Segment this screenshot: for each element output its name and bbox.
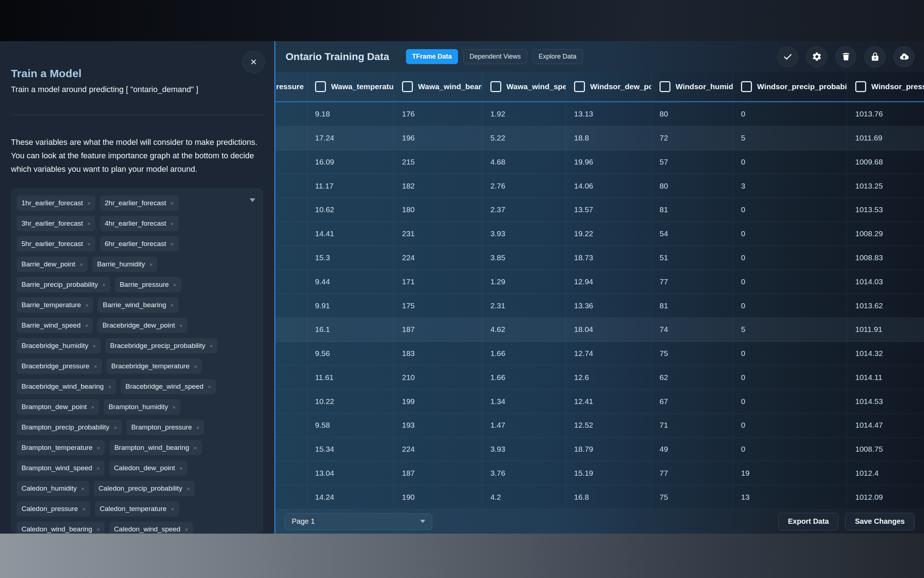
remove-tag-icon[interactable]: × (114, 424, 117, 430)
export-data-button[interactable]: Export Data (778, 513, 838, 530)
remove-tag-icon[interactable]: × (102, 282, 105, 288)
remove-tag-icon[interactable]: × (85, 323, 88, 329)
variable-tag[interactable]: Caledon_humidity× (17, 481, 89, 496)
table-cell: 1014.53 (847, 390, 924, 413)
remove-tag-icon[interactable]: × (171, 241, 174, 247)
remove-tag-icon[interactable]: × (96, 526, 100, 533)
remove-tag-icon[interactable]: × (180, 323, 183, 329)
modal-description: These variables are what the model will … (11, 135, 264, 176)
remove-tag-icon[interactable]: × (87, 221, 91, 227)
remove-tag-icon[interactable]: × (97, 445, 100, 451)
tab-tframe-data[interactable]: TFrame Data (406, 49, 458, 64)
variable-tag[interactable]: Brampton_pressure× (126, 420, 204, 435)
chevron-down-icon[interactable] (249, 198, 256, 202)
close-button[interactable]: × (242, 50, 265, 73)
column-checkbox[interactable] (741, 81, 752, 92)
remove-tag-icon[interactable]: × (94, 363, 97, 369)
remove-tag-icon[interactable]: × (196, 424, 200, 430)
variable-tag[interactable]: 3hr_earlier_forecast× (17, 216, 95, 231)
variable-tag[interactable]: Caledon_dew_point× (109, 460, 187, 476)
variable-tag[interactable]: Caledon_wind_speed× (109, 521, 193, 534)
variable-tag[interactable]: 2hr_earlier_forecast× (100, 195, 179, 211)
remove-tag-icon[interactable]: × (208, 384, 211, 390)
remove-tag-icon[interactable]: × (96, 465, 100, 471)
variable-tag[interactable]: Barrie_wind_bearing× (98, 297, 178, 313)
table-cell (275, 150, 307, 174)
variable-tag[interactable]: Brampton_precip_probability× (17, 420, 122, 435)
variable-tag[interactable]: Barrie_dew_point× (17, 257, 88, 272)
variable-tag[interactable]: Barrie_wind_speed× (17, 318, 93, 333)
settings-button[interactable] (806, 46, 827, 67)
variable-tag[interactable]: Bracebridge_temperature× (107, 359, 202, 374)
column-checkbox[interactable] (574, 81, 585, 92)
variable-tag[interactable]: Caledon_pressure× (17, 501, 90, 516)
column-checkbox[interactable] (660, 81, 670, 92)
variable-tag[interactable]: 5hr_earlier_forecast× (17, 236, 95, 252)
variable-tag[interactable]: 4hr_earlier_forecast× (100, 216, 179, 231)
variable-tag[interactable]: Bracebridge_precip_probability× (105, 338, 218, 354)
variable-tag[interactable]: 6hr_earlier_forecast× (100, 236, 179, 252)
remove-tag-icon[interactable]: × (93, 343, 96, 349)
remove-tag-icon[interactable]: × (180, 465, 183, 471)
variable-tag[interactable]: Brampton_wind_bearing× (110, 440, 202, 455)
confirm-button[interactable] (777, 46, 798, 67)
table-row: 11.612101.6612.66201014.11 (275, 365, 924, 390)
variable-tag[interactable]: Bracebridge_humidity× (17, 338, 101, 354)
variable-tag[interactable]: Caledon_wind_bearing× (17, 521, 104, 534)
remove-tag-icon[interactable]: × (194, 445, 197, 451)
remove-tag-icon[interactable]: × (80, 261, 83, 268)
toolbar-actions (777, 46, 924, 67)
remove-tag-icon[interactable]: × (171, 302, 174, 308)
variable-tag[interactable]: 1hr_earlier_forecast× (17, 195, 95, 211)
remove-tag-icon[interactable]: × (185, 526, 188, 533)
remove-tag-icon[interactable]: × (87, 200, 91, 206)
table-cell: 13.04 (307, 461, 393, 485)
variable-tag[interactable]: Brampton_temperature× (17, 440, 105, 455)
remove-tag-icon[interactable]: × (171, 200, 174, 206)
column-checkbox[interactable] (315, 81, 326, 92)
column-label: Windsor_dew_point (590, 82, 651, 91)
tag-label: Bracebridge_pressure (21, 362, 89, 370)
upload-button[interactable] (893, 46, 914, 67)
variables-multiselect[interactable]: 1hr_earlier_forecast×2hr_earlier_forecas… (11, 188, 264, 534)
remove-tag-icon[interactable]: × (194, 363, 197, 369)
remove-tag-icon[interactable]: × (82, 506, 86, 512)
remove-tag-icon[interactable]: × (87, 241, 91, 247)
remove-tag-icon[interactable]: × (86, 302, 89, 308)
column-checkbox[interactable] (490, 81, 501, 92)
tab-dependent-views[interactable]: Dependent Views (463, 49, 527, 64)
variable-tag[interactable]: Bracebridge_wind_speed× (121, 379, 216, 394)
variable-tag[interactable]: Barrie_pressure× (115, 277, 181, 292)
variable-tag[interactable]: Bracebridge_pressure× (17, 359, 102, 374)
variable-tag[interactable]: Barrie_temperature× (17, 297, 93, 313)
column-checkbox[interactable] (855, 81, 866, 92)
variable-tag[interactable]: Bracebridge_wind_bearing× (17, 379, 116, 394)
variable-tag[interactable]: Caledon_precip_probability× (94, 481, 195, 496)
remove-tag-icon[interactable]: × (172, 404, 176, 410)
remove-tag-icon[interactable]: × (171, 221, 174, 227)
remove-tag-icon[interactable]: × (187, 485, 190, 492)
tag-label: Caledon_temperature (100, 505, 167, 513)
tab-explore-data[interactable]: Explore Data (532, 49, 583, 64)
variable-tag[interactable]: Brampton_dew_point× (17, 399, 99, 414)
table-cell: 1013.76 (847, 102, 924, 126)
remove-tag-icon[interactable]: × (173, 282, 176, 288)
variable-tag[interactable]: Caledon_temperature× (95, 501, 179, 516)
remove-tag-icon[interactable]: × (91, 404, 95, 410)
remove-tag-icon[interactable]: × (171, 506, 174, 512)
remove-tag-icon[interactable]: × (210, 343, 213, 349)
remove-tag-icon[interactable]: × (108, 384, 111, 390)
page-selector[interactable]: Page 1 (285, 513, 432, 530)
table-cell: 72 (651, 126, 733, 150)
column-checkbox[interactable] (402, 81, 413, 92)
lock-button[interactable] (864, 46, 885, 67)
save-changes-button[interactable]: Save Changes (845, 513, 914, 530)
variable-tag[interactable]: Brampton_humidity× (104, 399, 180, 414)
remove-tag-icon[interactable]: × (149, 261, 153, 268)
delete-button[interactable] (835, 46, 856, 67)
variable-tag[interactable]: Barrie_precip_probability× (17, 277, 110, 292)
variable-tag[interactable]: Bracebridge_dew_point× (97, 318, 187, 333)
remove-tag-icon[interactable]: × (81, 485, 84, 492)
variable-tag[interactable]: Brampton_wind_speed× (17, 460, 104, 476)
variable-tag[interactable]: Barrie_humidity× (92, 257, 157, 272)
